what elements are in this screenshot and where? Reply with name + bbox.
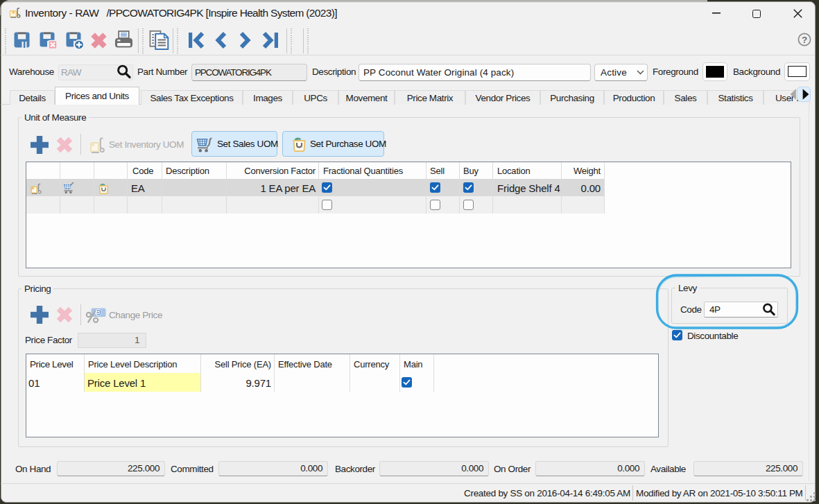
- svg-text:?: ?: [802, 35, 807, 45]
